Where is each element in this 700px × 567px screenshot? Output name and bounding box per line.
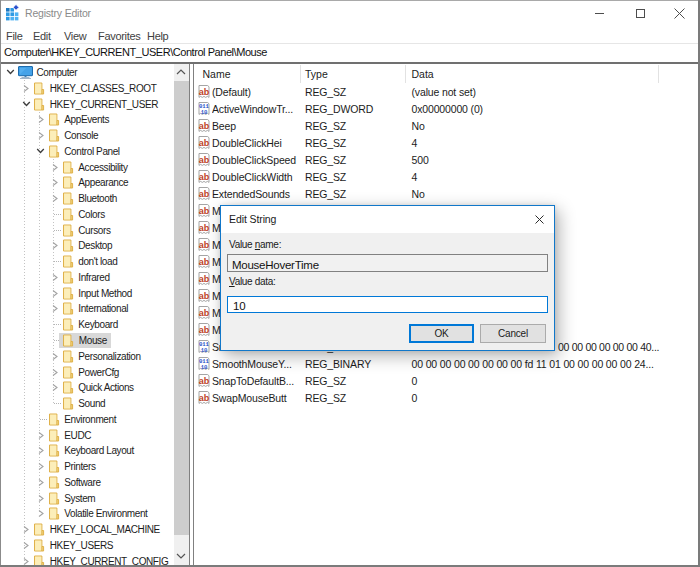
svg-text:10: 10 xyxy=(200,364,207,371)
svg-text:ab: ab xyxy=(198,291,209,301)
svg-text:ab: ab xyxy=(198,274,209,284)
svg-text:ab: ab xyxy=(198,121,209,131)
svg-text:ab: ab xyxy=(198,376,209,386)
svg-text:ab: ab xyxy=(198,308,209,318)
svg-text:10: 10 xyxy=(200,347,207,354)
svg-text:ab: ab xyxy=(198,257,209,267)
svg-text:ab: ab xyxy=(198,189,209,199)
svg-text:ab: ab xyxy=(198,172,209,182)
svg-text:ab: ab xyxy=(198,206,209,216)
svg-text:ab: ab xyxy=(198,240,209,250)
svg-text:10: 10 xyxy=(200,109,207,116)
svg-text:ab: ab xyxy=(198,325,209,335)
svg-text:ab: ab xyxy=(198,223,209,233)
svg-text:ab: ab xyxy=(198,155,209,165)
svg-text:ab: ab xyxy=(198,393,209,403)
svg-text:ab: ab xyxy=(198,87,209,97)
svg-text:ab: ab xyxy=(198,138,209,148)
